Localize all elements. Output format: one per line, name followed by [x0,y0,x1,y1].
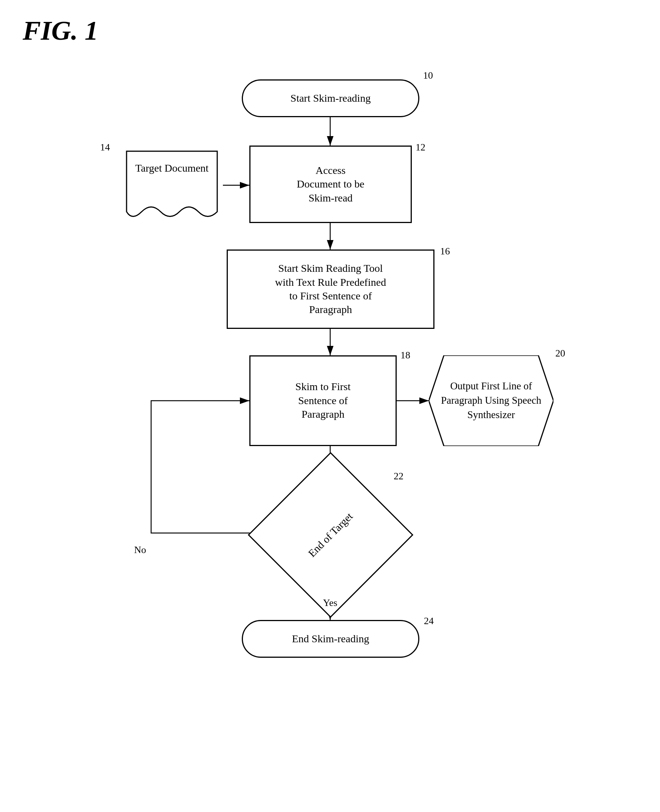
access-ref: 12 [416,142,425,153]
end-ref: 24 [424,615,434,627]
start-tool-ref: 16 [440,246,450,257]
end-node: End Skim-reading [242,620,419,658]
output-node: Output First Line of Paragraph Using Spe… [429,355,554,446]
output-ref: 20 [555,348,565,359]
no-label: No [134,544,146,556]
skim-ref: 18 [400,350,410,361]
start-tool-node: Start Skim Reading Tool with Text Rule P… [227,249,435,329]
end-of-target-ref: 22 [393,470,403,482]
output-label: Output First Line of Paragraph Using Spe… [429,355,554,446]
start-tool-label: Start Skim Reading Tool with Text Rule P… [275,262,386,317]
end-of-target-node: End of Target [272,476,389,593]
access-node: Access Document to be Skim-read [249,146,412,223]
skim-node: Skim to First Sentence of Paragraph [249,355,397,446]
start-label: Start Skim-reading [290,92,371,105]
target-doc-node: Target Document [125,149,219,223]
end-label: End Skim-reading [292,632,370,646]
target-doc-label: Target Document [125,160,219,175]
yes-label: Yes [323,597,337,609]
access-label: Access Document to be Skim-read [297,164,365,205]
skim-label: Skim to First Sentence of Paragraph [295,380,351,421]
start-node: Start Skim-reading [242,79,419,117]
start-ref: 10 [423,70,433,81]
target-doc-ref: 14 [100,142,110,153]
end-of-target-label: End of Target [248,452,413,618]
